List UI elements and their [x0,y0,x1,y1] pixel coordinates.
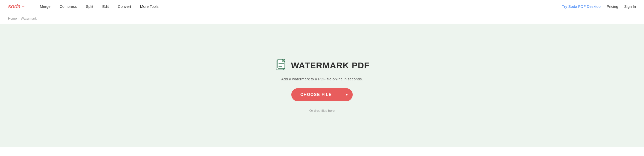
dropdown-chevron-icon: ▾ [346,93,348,97]
breadcrumb: Home › Watermark [8,17,636,20]
breadcrumb-home[interactable]: Home [8,17,17,20]
main-content: WATERMARK PDF Add a watermark to a PDF f… [0,24,644,147]
nav-item-split[interactable]: Split [81,0,98,13]
logo-arrow: → [21,4,25,9]
nav-item-compress[interactable]: Compress [55,0,81,13]
choose-file-dropdown-button[interactable]: ▾ [341,88,353,101]
nav-item-more-tools[interactable]: More Tools [136,0,163,13]
hero-subtitle: Add a watermark to a PDF file online in … [281,77,363,81]
breadcrumb-current: Watermark [21,17,37,20]
nav-item-merge[interactable]: Merge [35,0,55,13]
hero-title: WATERMARK PDF [291,61,370,70]
drop-hint: Or drop files here [309,109,335,113]
breadcrumb-separator: › [18,17,19,20]
hero-title-row: WATERMARK PDF [274,58,370,72]
watermark-pdf-icon [274,58,288,71]
navbar: soda → Merge Compress Split Edit Convert… [0,0,644,13]
choose-file-main-button[interactable]: CHOOSE FILE [291,88,341,101]
nav-links: Merge Compress Split Edit Convert More T… [35,0,562,13]
breadcrumb-bar: Home › Watermark [0,13,644,24]
nav-item-convert[interactable]: Convert [113,0,136,13]
hero-section: WATERMARK PDF Add a watermark to a PDF f… [274,58,370,113]
signin-link[interactable]: Sign In [624,4,636,9]
try-desktop-button[interactable]: Try Soda PDF Desktop [562,4,601,9]
choose-file-button[interactable]: CHOOSE FILE ▾ [291,88,353,101]
logo[interactable]: soda → [8,3,25,10]
pdf-icon-wrapper [274,58,288,71]
choose-file-wrapper: CHOOSE FILE ▾ [291,88,353,101]
logo-text: soda [8,3,20,10]
nav-item-edit[interactable]: Edit [98,0,113,13]
nav-right: Try Soda PDF Desktop Pricing Sign In [562,4,636,9]
pricing-link[interactable]: Pricing [607,4,618,9]
